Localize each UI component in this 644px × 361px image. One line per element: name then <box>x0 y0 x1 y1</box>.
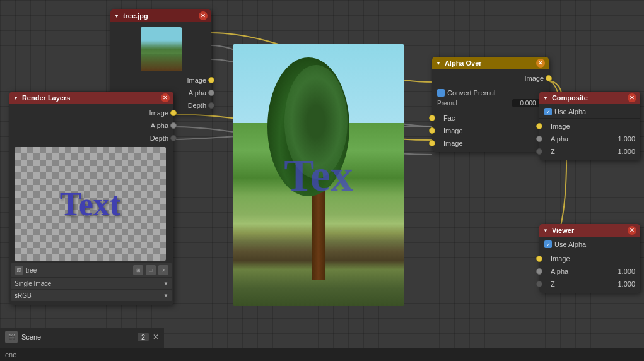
render-image-row: Image <box>9 107 173 119</box>
node-composite-icon[interactable]: ✕ <box>628 93 636 102</box>
image-btn-browse[interactable]: ⊞ <box>133 265 143 275</box>
status-bar: ene <box>0 348 644 361</box>
alpha-image-out-row: Image <box>432 72 549 85</box>
image-type-icon: 🖼 <box>15 266 23 275</box>
tree-image-row: Image <box>110 74 211 86</box>
viewer-alpha-value: 1.000 <box>618 268 635 275</box>
node-tree-title: tree.jpg <box>123 12 148 20</box>
node-render-icon[interactable]: ✕ <box>161 93 170 102</box>
premul-label: Premul <box>437 100 508 107</box>
composite-collapse-triangle: ▼ <box>543 95 548 101</box>
composite-use-alpha-label: Use Alpha <box>554 108 586 115</box>
composite-image-row: Image <box>539 120 640 133</box>
alpha-image2-label: Image <box>437 139 463 147</box>
dropdown-single-image[interactable]: Single Image ▼ <box>11 278 172 289</box>
node-composite-body: ✓ Use Alpha Image Alpha 1.000 Z 1.000 <box>539 104 640 160</box>
image-controls[interactable]: 🖼 tree ⊞ □ ✕ <box>11 263 172 277</box>
node-viewer-title: Viewer <box>552 227 574 234</box>
alpha-image-out-socket[interactable] <box>546 75 552 81</box>
render-depth-label: Depth <box>150 134 168 142</box>
viewer-image-socket[interactable] <box>536 256 542 262</box>
composite-z-row: Z 1.000 <box>539 145 640 158</box>
render-preview-canvas: Text <box>15 147 166 261</box>
node-alpha-header: ▼ Alpha Over ✕ <box>432 57 549 69</box>
viewer-alpha-row: Alpha 1.000 <box>539 265 640 278</box>
node-tree-header: ▼ tree.jpg ✕ <box>110 9 211 22</box>
premul-row: Premul 0.000 <box>432 98 549 109</box>
alpha-image1-socket[interactable] <box>429 127 435 134</box>
render-image-socket[interactable] <box>170 110 177 116</box>
dropdown1-label: Single Image <box>15 280 161 287</box>
composite-image-socket[interactable] <box>536 123 542 129</box>
node-composite-title: Composite <box>552 94 588 102</box>
render-alpha-socket[interactable] <box>170 122 177 129</box>
viewer-image-row: Image <box>539 252 640 265</box>
viewer-use-alpha-checkbox[interactable]: ✓ <box>544 240 552 248</box>
convert-premul-row: Convert Premul <box>432 88 549 98</box>
dropdown1-arrow: ▼ <box>163 281 168 287</box>
node-composite[interactable]: ▼ Composite ✕ ✓ Use Alpha Image Alpha 1.… <box>539 92 640 160</box>
composite-alpha-label: Alpha <box>544 135 618 143</box>
node-alpha-over[interactable]: ▼ Alpha Over ✕ Image Convert Premul Prem… <box>432 57 549 152</box>
alpha-image2-socket[interactable] <box>429 140 435 146</box>
render-depth-row: Depth <box>9 132 173 145</box>
dropdown-srgb[interactable]: sRGB ▼ <box>11 290 172 301</box>
node-render-body: Image Alpha Depth Text 🖼 tree ⊞ □ ✕ Sing <box>9 104 173 305</box>
composite-use-alpha-row: ✓ Use Alpha <box>539 107 640 117</box>
center-text-overlay: Tex <box>284 149 353 201</box>
alpha-fac-row: Fac <box>432 112 549 124</box>
composite-alpha-value: 1.000 <box>618 135 635 143</box>
tree-alpha-socket[interactable] <box>208 90 214 96</box>
scene-label: Scene <box>21 333 134 341</box>
composite-alpha-socket[interactable] <box>536 136 542 142</box>
image-btn-new[interactable]: □ <box>146 265 156 275</box>
alpha-image-out-label: Image <box>524 74 544 82</box>
render-image-label: Image <box>149 109 168 117</box>
node-tree-icon[interactable]: ✕ <box>199 11 208 20</box>
convert-premul-checkbox[interactable] <box>437 89 445 97</box>
node-viewer-icon[interactable]: ✕ <box>628 226 636 235</box>
node-viewer-body: ✓ Use Alpha Image Alpha 1.000 Z 1.000 <box>539 237 640 293</box>
node-render-header: ▼ Render Layers ✕ <box>9 92 173 104</box>
node-viewer[interactable]: ▼ Viewer ✕ ✓ Use Alpha Image Alpha 1.000… <box>539 224 640 293</box>
composite-alpha-row: Alpha 1.000 <box>539 133 640 145</box>
node-render-layers[interactable]: ▼ Render Layers ✕ Image Alpha Depth Text… <box>9 92 173 305</box>
viewer-alpha-label: Alpha <box>544 268 618 275</box>
tree-alpha-label: Alpha <box>189 89 206 97</box>
tree-depth-label: Depth <box>188 102 206 109</box>
scene-icon: 🎬 <box>5 331 18 343</box>
viewer-use-alpha-row: ✓ Use Alpha <box>539 239 640 249</box>
image-name: tree <box>26 267 131 274</box>
viewer-alpha-socket[interactable] <box>536 268 542 275</box>
alpha-collapse-triangle: ▼ <box>436 61 441 66</box>
node-alpha-icon[interactable]: ✕ <box>536 59 545 68</box>
tree-thumbnail <box>141 27 182 71</box>
tree-image-label: Image <box>187 76 206 84</box>
node-composite-header: ▼ Composite ✕ <box>539 92 640 104</box>
render-alpha-row: Alpha <box>9 119 173 132</box>
composite-use-alpha-checkbox[interactable]: ✓ <box>544 108 552 115</box>
viewer-z-socket[interactable] <box>536 281 542 287</box>
collapse-triangle: ▼ <box>114 13 119 19</box>
render-depth-socket[interactable] <box>170 135 177 141</box>
image-btn-close[interactable]: ✕ <box>158 265 168 275</box>
viewer-image-label: Image <box>544 255 570 263</box>
node-alpha-title: Alpha Over <box>445 59 482 67</box>
composite-z-socket[interactable] <box>536 148 542 155</box>
scene-close-btn[interactable]: ✕ <box>153 333 159 341</box>
dropdown2-label: sRGB <box>15 292 161 299</box>
render-alpha-label: Alpha <box>151 122 168 129</box>
render-preview-area: Text <box>15 147 168 261</box>
composite-z-label: Z <box>544 148 618 155</box>
viewer-collapse-triangle: ▼ <box>543 228 548 234</box>
convert-premul-label: Convert Premul <box>447 89 495 97</box>
alpha-fac-socket[interactable] <box>429 115 435 121</box>
status-text: ene <box>5 351 16 358</box>
tree-image-socket[interactable] <box>208 77 214 83</box>
tree-depth-socket[interactable] <box>208 102 214 109</box>
viewer-z-row: Z 1.000 <box>539 278 640 290</box>
alpha-image2-row: Image <box>432 137 549 150</box>
node-render-title: Render Layers <box>22 94 70 102</box>
scene-num: 2 <box>138 333 149 341</box>
scene-row: 🎬 Scene 2 ✕ <box>0 328 164 346</box>
